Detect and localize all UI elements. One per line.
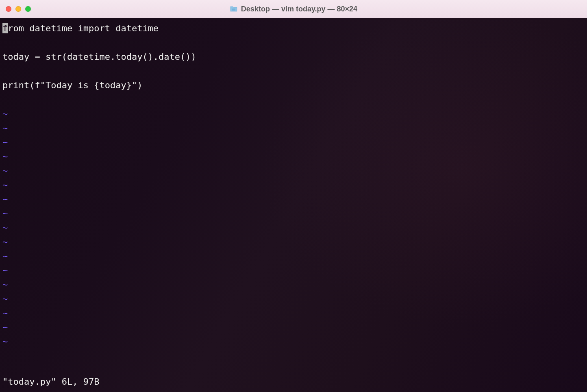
code-line: from datetime import datetime bbox=[2, 21, 585, 35]
terminal-body[interactable]: from datetime import datetime today = st… bbox=[0, 18, 587, 392]
code-line bbox=[2, 64, 585, 78]
empty-line-tilde: ~ bbox=[2, 277, 585, 292]
empty-line-tilde: ~ bbox=[2, 178, 585, 192]
tilde-area: ~~~~~~~~~~~~~~~~~ bbox=[2, 107, 585, 375]
empty-line-tilde: ~ bbox=[2, 334, 585, 348]
empty-line-tilde: ~ bbox=[2, 235, 585, 249]
minimize-button[interactable] bbox=[15, 6, 21, 12]
empty-line-tilde: ~ bbox=[2, 320, 585, 334]
cursor: f bbox=[2, 23, 8, 33]
empty-line-tilde: ~ bbox=[2, 135, 585, 149]
code-line: print(f"Today is {today}") bbox=[2, 78, 585, 92]
empty-line-tilde: ~ bbox=[2, 206, 585, 220]
empty-line-tilde: ~ bbox=[2, 249, 585, 263]
empty-line-tilde: ~ bbox=[2, 121, 585, 135]
zoom-button[interactable] bbox=[25, 6, 31, 12]
empty-line-tilde: ~ bbox=[2, 220, 585, 235]
empty-line-tilde: ~ bbox=[2, 292, 585, 306]
code-line bbox=[2, 35, 585, 50]
close-button[interactable] bbox=[6, 6, 11, 12]
empty-line-tilde: ~ bbox=[2, 107, 585, 121]
empty-line-tilde: ~ bbox=[2, 149, 585, 163]
empty-line-tilde: ~ bbox=[2, 306, 585, 320]
traffic-lights bbox=[6, 6, 31, 12]
window-title: Desktop — vim today.py — 80×24 bbox=[230, 5, 357, 13]
title-bar: Desktop — vim today.py — 80×24 bbox=[0, 0, 587, 18]
terminal-content: from datetime import datetime today = st… bbox=[0, 18, 587, 392]
empty-line-tilde: ~ bbox=[2, 263, 585, 277]
code-line bbox=[2, 92, 585, 107]
code-line: today = str(datetime.today().date()) bbox=[2, 50, 585, 64]
svg-rect-0 bbox=[232, 9, 235, 11]
code-area: from datetime import datetime today = st… bbox=[2, 21, 585, 107]
empty-line-tilde: ~ bbox=[2, 163, 585, 178]
empty-line-tilde: ~ bbox=[2, 192, 585, 206]
window-title-text: Desktop — vim today.py — 80×24 bbox=[241, 5, 357, 13]
folder-icon bbox=[230, 6, 238, 12]
status-line: "today.py" 6L, 97B bbox=[2, 375, 585, 389]
